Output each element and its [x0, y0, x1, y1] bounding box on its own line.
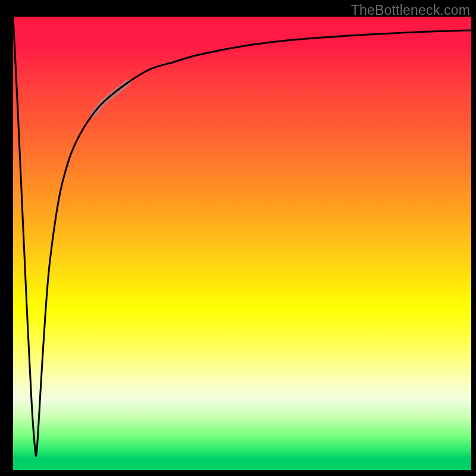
watermark-text: TheBottleneck.com — [351, 2, 470, 18]
curve-layer — [13, 17, 471, 472]
chart-frame — [13, 17, 471, 472]
bottleneck-curve — [13, 17, 471, 456]
plot-bottom-edge — [13, 470, 471, 472]
